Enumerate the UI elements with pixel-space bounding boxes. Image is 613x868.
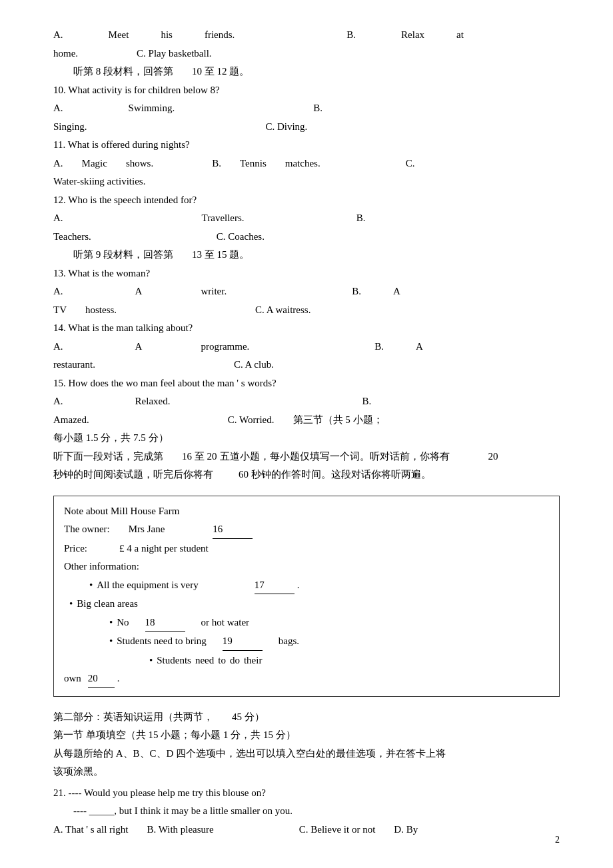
part2-header-line: 第二部分：英语知识运用（共两节， 45 分） [53, 709, 560, 726]
q13-tv: TV [53, 302, 67, 319]
note-price-label: Price: [64, 540, 87, 558]
note-sub1-pre: No [117, 614, 129, 632]
listening-instr3: 秒钟的时间阅读试题，听完后你将有 [53, 466, 213, 484]
blank-16: 16 [213, 521, 253, 539]
q14-a-text: A [135, 338, 143, 356]
option-b-label: B. [346, 27, 356, 44]
note-bullet2-text: Big clean areas [77, 596, 138, 613]
blank-20: 20 [88, 670, 115, 688]
q14-b-label: B. [374, 338, 384, 356]
blank-17: 17 [255, 577, 295, 595]
section8-q: 10 至 12 题。 [192, 63, 249, 81]
q12-teachers: Teachers. [53, 228, 91, 246]
line-home: home. C. Play basketball. [53, 45, 560, 63]
note-sub3-row: • Students need to do their [64, 652, 549, 669]
instruction-line2: 该项涂黑。 [53, 763, 560, 781]
note-sub3-post: . [117, 670, 120, 687]
note-sub1: • No 18 or hot water [104, 614, 549, 632]
q12-b-label: B. [356, 210, 366, 227]
q15-score: 每小题 1.5 分，共 7.5 分） [53, 430, 169, 447]
q11-a-magic: Magic [82, 155, 107, 173]
q10-line: 10. What activity is for children below … [53, 82, 560, 99]
bullet-dot2: • [69, 596, 73, 613]
q12-options-line1: A. Travellers. B. [53, 210, 560, 227]
option-b-relax: Relax [401, 27, 424, 44]
q21-c: C. Believe it or not [299, 821, 376, 839]
q14-a-label: A. [53, 338, 63, 356]
section1-header-line: 第一节 单项填空（共 15 小题；每小题 1 分，共 15 分） [53, 727, 560, 744]
q15-a-relaxed: Relaxed. [135, 393, 171, 410]
note-box: Note about Mill House Farm The owner: Mr… [53, 496, 560, 697]
q12-line: 12. Who is the speech intended for? [53, 192, 560, 209]
q10-a-label: A. [53, 100, 63, 117]
option-a-label: A. [53, 27, 63, 44]
listening-instruction-line2: 秒钟的时间阅读试题，听完后你将有 60 秒钟的作答时间。这段对话你将听两遍。 [53, 466, 560, 484]
q10-c: C. Diving. [265, 119, 307, 136]
note-sub3-need: need [195, 652, 214, 669]
q11-options: A. Magic shows. B. Tennis matches. C. [53, 155, 560, 173]
q11-text: 11. What is offered during nights? [53, 137, 190, 154]
q13-options-line1: A. A writer. B. A [53, 283, 560, 300]
q10-text: 10. What activity is for children below … [53, 82, 220, 99]
note-owner-name: Mrs Jane [129, 521, 165, 538]
sub-bullet-dot2: • [109, 633, 113, 650]
q13-options-line2: TV hostess. C. A waitress. [53, 302, 560, 319]
q12-text: 12. Who is the speech intended for? [53, 192, 197, 209]
q15-score-line: 每小题 1.5 分，共 7.5 分） [53, 430, 560, 447]
q14-text: 14. What is the man talking about? [53, 320, 193, 337]
instruction-line1: 从每题所给的 A、B、C、D 四个选项中，选出可以填入空白处的最佳选项，并在答卡… [53, 745, 560, 763]
part2-header-text: 第二部分：英语知识运用（共两节， [53, 709, 213, 726]
q15-c: C. Worried. [228, 412, 275, 429]
q13-hostess: hostess. [85, 302, 117, 319]
q15-options-line1: A. Relaxed. B. [53, 393, 560, 410]
q10-options-line2: Singing. C. Diving. [53, 119, 560, 136]
note-other-row: Other information: [64, 558, 549, 576]
q11-b-tennis: Tennis [240, 155, 267, 173]
note-sub1-post: or hot water [201, 614, 249, 632]
instruction2-text: 该项涂黑。 [53, 763, 103, 781]
sub-bullet-dot1: • [109, 614, 113, 632]
q11-a-label: A. [53, 155, 63, 173]
sub-bullet-dot3: • [149, 652, 153, 669]
q14-options-line1: A. A programme. B. A [53, 338, 560, 356]
q11-b-matches: matches. [285, 155, 320, 173]
q13-c: C. A waitress. [255, 302, 310, 319]
listening-instr2: 五道小题，每小题仅填写一个词。听对话前，你将有 [220, 448, 450, 466]
option-a-friends: friends. [205, 27, 235, 44]
q21-d: D. By [394, 821, 418, 839]
c-play: C. Play basketball. [137, 45, 212, 63]
blank-18: 18 [145, 614, 185, 632]
q15-b-label: B. [362, 393, 372, 410]
listening-time2: 60 [239, 466, 249, 484]
listening-instr4: 秒钟的作答时间。这段对话你将听两遍。 [251, 466, 431, 484]
section1-header-text: 第一节 单项填空（共 15 小题；每小题 1 分，共 15 分） [53, 727, 296, 744]
q14-options-line2: restaurant. C. A club. [53, 356, 560, 374]
section8-header: 听第 8 段材料，回答第 10 至 12 题。 [73, 63, 560, 81]
q13-b-text: A [393, 283, 400, 300]
q14-b-text: A [416, 338, 423, 356]
line-a-meet: A. Meet his friends. B. Relax at [53, 27, 560, 44]
listening-instr-text: 听下面一段对话，完成第 [53, 448, 163, 466]
part2-score: 45 分） [232, 709, 265, 726]
instruction-text: 从每题所给的 A、B、C、D 四个选项中，选出可以填入空白处的最佳选项，并在答卡… [53, 745, 446, 763]
q15-amazed: Amazed. [53, 412, 89, 429]
q21-options: A. That ' s all right B. With pleasure C… [53, 821, 560, 839]
note-price-value: £ 4 a night per student [119, 540, 209, 558]
q15-section3: 第三节（共 5 小题； [293, 412, 383, 429]
note-title-row: Note about Mill House Farm [64, 503, 549, 520]
q21-text: 21. ---- Would you please help me try th… [53, 785, 266, 802]
listening-time: 20 [488, 448, 498, 466]
note-other-label: Other information: [64, 558, 139, 576]
q12-a-travellers: Travellers. [202, 210, 245, 227]
main-content: A. Meet his friends. B. Relax at home. C… [53, 27, 560, 838]
blank-19: 19 [223, 633, 263, 651]
q21-b: B. With pleasure [147, 821, 213, 839]
q11-a-shows: shows. [126, 155, 153, 173]
q13-text: 13. What is the woman? [53, 265, 150, 282]
note-sub2-post: bags. [279, 633, 299, 650]
q21-line2: ---- _____, but I think it may be a litt… [73, 803, 560, 820]
page-number: 2 [555, 832, 560, 848]
q15-a-label: A. [53, 393, 63, 410]
section8-text: 听第 8 段材料，回答第 [73, 63, 173, 81]
q13-a-writer: writer. [201, 283, 227, 300]
